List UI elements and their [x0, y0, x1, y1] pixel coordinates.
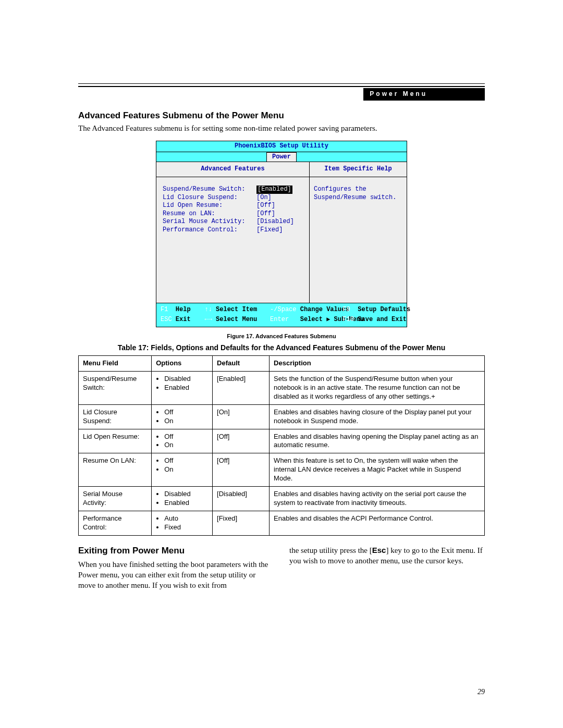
bottom-text-right-a: the setup utility press the [ [289, 546, 372, 554]
bios-setting-value: [Disabled] [256, 218, 294, 226]
option-item: Off [164, 456, 208, 465]
table-row: Resume On LAN:OffOn[Off]When this featur… [79, 453, 485, 487]
key-f1: F1 [161, 306, 168, 313]
footer-setup-defaults: Setup Defaults [358, 306, 410, 313]
cell-description: When this feature is set to On, the syst… [270, 453, 485, 487]
option-item: Off [164, 433, 208, 441]
bios-footer: F1 Help ↑↓ Select Item -/Space Change Va… [156, 303, 407, 326]
table-row: Lid Closure Suspend:OffOn[On]Enables and… [79, 404, 485, 429]
option-item: Disabled [164, 490, 208, 499]
key-minus-space: -/Space [270, 306, 296, 313]
cell-description: Sets the function of the Suspend/Resume … [270, 372, 485, 405]
option-item: Auto [164, 514, 208, 523]
bios-left-panel: Advanced Features Suspend/Resume Switch:… [156, 162, 310, 303]
key-enter: Enter [270, 316, 289, 323]
cell-menu-field: Suspend/Resume Switch: [79, 372, 152, 405]
footer-select-menu: Select Menu [216, 316, 257, 323]
page-header: Power Menu [78, 88, 485, 101]
cell-options: OffOn [152, 404, 213, 429]
cell-default: [Off] [213, 429, 270, 453]
key-f9: F9 [342, 306, 350, 313]
arrows-v-icon: ↑↓ [204, 306, 212, 313]
option-item: Enabled [164, 384, 208, 392]
th-options: Options [152, 356, 213, 372]
bios-help-body: Configures the Suspend/Resume switch. [314, 186, 402, 202]
bios-body: Advanced Features Suspend/Resume Switch:… [156, 162, 407, 303]
bios-title-bar: PhoenixBIOS Setup Utility [156, 141, 407, 152]
bios-setting-value: [Enabled] [256, 186, 292, 194]
cell-description: Enables and disables the ACPI Performanc… [270, 511, 485, 535]
option-item: Off [164, 408, 208, 417]
arrows-h-icon: ←→ [204, 316, 212, 323]
cell-menu-field: Lid Closure Suspend: [79, 404, 152, 429]
cell-description: Enables and disables having opening the … [270, 429, 485, 453]
cell-menu-field: Resume On LAN: [79, 453, 152, 487]
option-item: On [164, 441, 208, 450]
cell-menu-field: Performance Control: [79, 511, 152, 535]
bios-setting-row: Performance Control:[Fixed] [163, 226, 303, 235]
cell-options: DisabledEnabled [152, 372, 213, 405]
bottom-col-right: the setup utility press the [Esc] key to… [289, 545, 485, 591]
th-description: Description [270, 356, 485, 372]
bios-setting-value: [On] [256, 194, 272, 202]
cell-options: OffOn [152, 429, 213, 453]
footer-save-exit: Save and Exit [358, 316, 407, 323]
cell-menu-field: Serial Mouse Activity: [79, 487, 152, 511]
bios-setting-value: [Off] [256, 210, 275, 218]
cell-menu-field: Lid Open Resume: [79, 429, 152, 453]
cell-default: [Off] [213, 453, 270, 487]
cell-default: [Disabled] [213, 487, 270, 511]
bios-screenshot: PhoenixBIOS Setup Utility Power Advanced… [156, 141, 407, 327]
section-intro: The Advanced Features submenu is for set… [78, 124, 485, 134]
table-row: Performance Control:AutoFixed[Fixed]Enab… [79, 511, 485, 535]
esc-key-label: Esc [372, 546, 386, 554]
bios-setting-row: Lid Open Resume:[Off] [163, 202, 303, 210]
option-item: Disabled [164, 375, 208, 384]
bios-menu-bar: Power [156, 152, 407, 163]
bios-setting-label: Performance Control: [163, 226, 256, 235]
table-row: Lid Open Resume:OffOn[Off]Enables and di… [79, 429, 485, 453]
bios-setting-label: Suspend/Resume Switch: [163, 186, 256, 194]
cell-description: Enables and disables having closure of t… [270, 404, 485, 429]
bios-menu-tab-power: Power [266, 152, 297, 162]
bios-setting-row: Serial Mouse Activity:[Disabled] [163, 218, 303, 226]
bios-settings-list: Suspend/Resume Switch:[Enabled]Lid Closu… [156, 186, 309, 235]
cell-description: Enables and disables having activity on … [270, 487, 485, 511]
cell-default: [Fixed] [213, 511, 270, 535]
options-table: Menu Field Options Default Description S… [78, 355, 485, 535]
bios-setting-value: [Off] [256, 202, 275, 210]
bios-help-title: Item Specific Help [310, 162, 407, 177]
bottom-columns: Exiting from Power Menu When you have fi… [78, 545, 485, 591]
bios-setting-row: Resume on LAN:[Off] [163, 210, 303, 218]
section-title-exiting: Exiting from Power Menu [78, 545, 274, 557]
bios-panel-title: Advanced Features [156, 165, 309, 177]
option-item: Fixed [164, 523, 208, 532]
table-header-row: Menu Field Options Default Description [79, 356, 485, 372]
bios-setting-label: Serial Mouse Activity: [163, 218, 256, 226]
bios-setting-label: Resume on LAN: [163, 210, 256, 218]
document-page: Power Menu Advanced Features Submenu of … [0, 0, 563, 728]
bios-setting-row: Suspend/Resume Switch:[Enabled] [163, 186, 303, 194]
footer-help: Help [176, 306, 191, 313]
bottom-text-left: When you have finished setting the boot … [78, 560, 268, 590]
table-caption: Table 17: Fields, Options and Defaults f… [78, 343, 485, 352]
bios-setting-value: [Fixed] [256, 226, 283, 235]
th-menu-field: Menu Field [79, 356, 152, 372]
figure-caption: Figure 17. Advanced Features Submenu [78, 332, 485, 340]
th-default: Default [213, 356, 270, 372]
bios-help-panel: Item Specific Help Configures the Suspen… [310, 162, 407, 303]
table-row: Suspend/Resume Switch:DisabledEnabled[En… [79, 372, 485, 405]
bottom-col-left: Exiting from Power Menu When you have fi… [78, 545, 274, 591]
cell-options: AutoFixed [152, 511, 213, 535]
bios-setting-label: Lid Closure Suspend: [163, 194, 256, 202]
page-number: 29 [478, 687, 485, 697]
header-tab: Power Menu [363, 88, 485, 101]
bios-setting-label: Lid Open Resume: [163, 202, 256, 210]
key-esc: ESC [161, 316, 172, 323]
cell-default: [On] [213, 404, 270, 429]
cell-options: OffOn [152, 453, 213, 487]
footer-select-item: Select Item [216, 306, 257, 313]
cell-default: [Enabled] [213, 372, 270, 405]
cell-options: DisabledEnabled [152, 487, 213, 511]
footer-exit: Exit [176, 316, 191, 323]
